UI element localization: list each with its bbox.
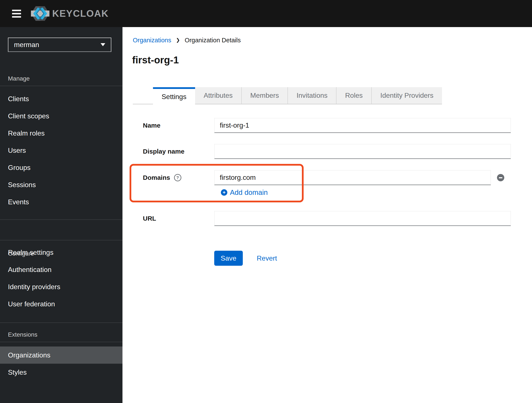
sidebar-item-clients[interactable]: Clients bbox=[0, 90, 122, 107]
nav-toggle-button[interactable] bbox=[12, 10, 21, 18]
sidebar-item-client-scopes[interactable]: Client scopes bbox=[0, 107, 122, 125]
divider bbox=[0, 322, 122, 323]
hamburger-icon bbox=[12, 16, 21, 18]
sidebar-item-identity-providers[interactable]: Identity providers bbox=[0, 278, 122, 295]
display-name-input[interactable] bbox=[214, 144, 511, 159]
tab-roles[interactable]: Roles bbox=[336, 87, 371, 104]
nav-section-title-extensions: Extensions bbox=[8, 329, 37, 340]
name-input[interactable] bbox=[214, 118, 511, 133]
tab-attributes[interactable]: Attributes bbox=[195, 87, 241, 104]
minus-circle-icon bbox=[499, 177, 502, 178]
nav-section-title-manage: Manage bbox=[8, 73, 30, 84]
display-name-label: Display name bbox=[143, 144, 209, 159]
masthead: KEYCLOAK bbox=[0, 0, 532, 27]
sidebar-item-authentication[interactable]: Authentication bbox=[0, 261, 122, 278]
tab-bar-spacer bbox=[133, 87, 153, 104]
page-title: first-org-1 bbox=[132, 54, 179, 66]
sidebar-item-realm-settings[interactable]: Realm settings bbox=[0, 244, 122, 261]
divider bbox=[0, 342, 122, 342]
sidebar-item-users[interactable]: Users bbox=[0, 142, 122, 159]
nav-group-configure: Realm settings Authentication Identity p… bbox=[0, 244, 122, 313]
domains-label: Domains ? bbox=[143, 170, 209, 185]
tab-settings[interactable]: Settings bbox=[153, 87, 195, 104]
tab-bar: Settings Attributes Members Invitations … bbox=[133, 87, 442, 104]
nav-group-manage: Clients Client scopes Realm roles Users … bbox=[0, 90, 122, 211]
keycloak-logo: KEYCLOAK bbox=[31, 6, 109, 21]
question-circle-icon[interactable]: ? bbox=[174, 174, 181, 181]
plus-circle-icon: + bbox=[221, 189, 227, 196]
add-domain-button[interactable]: + Add domain bbox=[221, 188, 268, 197]
tab-members[interactable]: Members bbox=[241, 87, 287, 104]
breadcrumb-link-organizations[interactable]: Organizations bbox=[133, 37, 171, 44]
tab-invitations[interactable]: Invitations bbox=[287, 87, 336, 104]
realm-selector-value: merman bbox=[14, 41, 39, 49]
remove-domain-button[interactable] bbox=[497, 174, 504, 181]
keycloak-hexagon-icon bbox=[31, 6, 50, 21]
realm-selector[interactable]: merman bbox=[8, 38, 111, 52]
sidebar-item-user-federation[interactable]: User federation bbox=[0, 295, 122, 313]
logo-wordmark: KEYCLOAK bbox=[52, 8, 109, 19]
sidebar-item-sessions[interactable]: Sessions bbox=[0, 176, 122, 193]
breadcrumb-separator-icon: ❯ bbox=[176, 37, 180, 43]
sidebar-item-styles[interactable]: Styles bbox=[0, 364, 122, 381]
divider bbox=[0, 86, 122, 86]
add-domain-label: Add domain bbox=[230, 189, 268, 196]
sidebar-item-organizations[interactable]: Organizations bbox=[0, 346, 122, 364]
chevron-down-icon bbox=[101, 43, 105, 46]
tab-identity-providers[interactable]: Identity Providers bbox=[371, 87, 442, 104]
divider bbox=[0, 219, 122, 220]
sidebar-item-realm-roles[interactable]: Realm roles bbox=[0, 125, 122, 142]
sidebar-item-groups[interactable]: Groups bbox=[0, 159, 122, 176]
url-label: URL bbox=[143, 211, 209, 226]
save-button[interactable]: Save bbox=[214, 251, 243, 266]
hamburger-icon bbox=[12, 13, 21, 14]
main-content: Organizations ❯ Organization Details fir… bbox=[122, 27, 532, 403]
name-label-text: Name bbox=[143, 118, 160, 133]
hamburger-icon bbox=[12, 10, 21, 11]
nav-group-extensions: Organizations Styles bbox=[0, 346, 122, 381]
breadcrumb-current: Organization Details bbox=[184, 37, 241, 44]
sidebar-item-events[interactable]: Events bbox=[0, 193, 122, 211]
breadcrumb: Organizations ❯ Organization Details bbox=[133, 37, 241, 44]
revert-button[interactable]: Revert bbox=[257, 251, 277, 266]
url-label-text: URL bbox=[143, 211, 156, 226]
name-label: Name bbox=[143, 118, 209, 133]
domains-label-text: Domains bbox=[143, 170, 170, 185]
url-input[interactable] bbox=[214, 211, 511, 226]
domain-input[interactable] bbox=[214, 170, 491, 185]
divider bbox=[0, 240, 122, 240]
display-name-label-text: Display name bbox=[143, 144, 184, 159]
sidebar: merman Manage Clients Client scopes Real… bbox=[0, 27, 122, 403]
